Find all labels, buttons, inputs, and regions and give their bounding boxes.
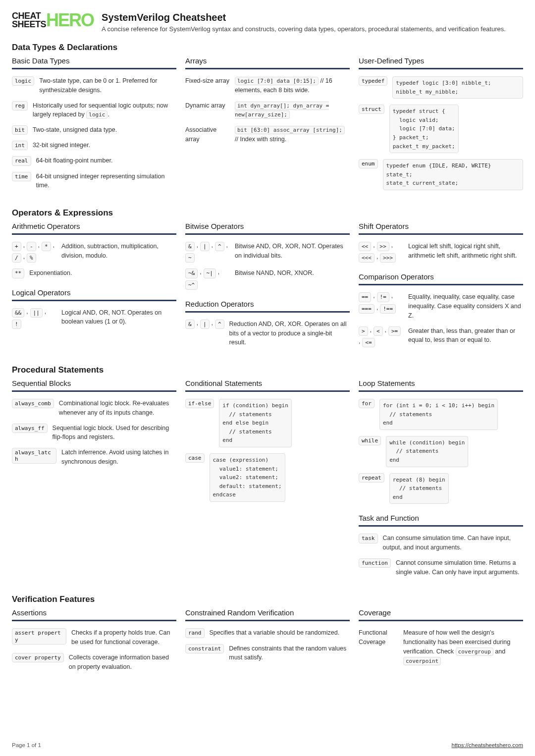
code-token: ** [12, 269, 24, 278]
block-bitwise: Bitwise Operators &,|,^,~Bitwise AND, OR… [185, 222, 350, 293]
block-basic-types: Basic Data Types logicTwo-state type, ca… [12, 56, 176, 193]
cheatsheet-row: taskCan consume simulation time. Can hav… [359, 531, 523, 555]
cheatsheet-row: &,|,^,~Bitwise AND, OR, XOR, NOT. Operat… [185, 239, 350, 266]
code-snippet: while (condition) begin // statements en… [386, 436, 468, 467]
code-snippet: repeat (8) begin // statements end [389, 473, 449, 504]
code-token: <= [362, 338, 374, 347]
item-label: Dynamic array [185, 101, 230, 110]
code-token: typedef [359, 76, 387, 86]
cheatsheet-row: &&,||,!Logical AND, OR, NOT. Operates on… [12, 305, 176, 332]
block-loop: Loop Statements forfor (int i = 0; i < 1… [359, 379, 523, 507]
cheatsheet-row: regHistorically used for sequential logi… [12, 98, 176, 123]
code-token: assert property [12, 628, 66, 644]
block-task-function: Task and Function taskCan consume simula… [359, 514, 523, 580]
cheatsheet-row: assert propertyChecks if a property hold… [12, 625, 176, 650]
item-description: Combinational logic block. Re-evaluates … [59, 399, 176, 418]
code-token: task [359, 534, 378, 543]
logo-text-hero: HERO [46, 12, 94, 28]
item-description: Latch inferrence. Avoid using latches in… [61, 448, 176, 467]
block-coverage: Coverage Functional CoverageMeasure of h… [359, 608, 523, 674]
code-token: | [200, 242, 210, 251]
section-heading-datatypes: Data Types & Declarations [12, 43, 523, 53]
cheatsheet-row: ~&,~|,~^Bitwise NAND, NOR, XNOR. [185, 266, 350, 292]
block-title: Sequential Blocks [12, 379, 176, 387]
code-token: === [359, 304, 374, 314]
cheatsheet-row: Functional CoverageMeasure of how well t… [359, 625, 523, 668]
code-token: always_ff [12, 424, 48, 433]
code-token: struct [359, 105, 384, 114]
cheatsheet-row: structtypedef struct { logic valid; logi… [359, 102, 523, 156]
code-token: & [185, 320, 195, 329]
block-crv: Constrained Random Verification randSpec… [185, 608, 350, 674]
code-token: > [359, 326, 368, 336]
block-conditional: Conditional Statements if-elseif (condit… [185, 379, 350, 580]
page-title: SystemVerilog Cheatsheet [102, 12, 523, 23]
code-token: << [359, 242, 371, 251]
item-description: Bitwise NAND, NOR, XNOR. [235, 269, 350, 278]
code-token: | [200, 320, 210, 329]
code-token: if-else [185, 399, 214, 408]
block-title: User-Defined Types [359, 56, 523, 65]
code-token: reg [12, 101, 28, 110]
item-label: Functional Coverage [359, 628, 398, 647]
cheatsheet-row: ==,!=,===,!==Equality, inequality, case … [359, 289, 523, 323]
cheatsheet-row: randSpecifies that a variable should be … [185, 625, 350, 641]
code-token: for [359, 399, 374, 408]
code-token: & [185, 242, 195, 251]
block-title: Reduction Operators [185, 300, 350, 308]
code-snippet: typedef logic [3:0] nibble_t; nibble_t m… [392, 76, 523, 99]
cheatsheet-row: casecase (expression) value1: statement;… [185, 450, 350, 505]
code-token: ~& [185, 269, 198, 278]
item-description: Checks if a property holds true. Can be … [71, 628, 176, 647]
code-token: - [27, 242, 36, 251]
code-token: ~ [185, 253, 195, 263]
code-token: repeat [359, 473, 384, 483]
logo-text-sheets: SHEETS [12, 20, 46, 29]
section-heading-procedural: Procedural Statements [12, 365, 523, 375]
block-logical: Logical Operators &&,||,!Logical AND, OR… [12, 288, 176, 332]
code-token: logic [12, 76, 34, 86]
code-token: >> [377, 242, 389, 251]
cheatsheet-row: if-elseif (condition) begin // statement… [185, 396, 350, 450]
code-token: / [12, 253, 21, 263]
code-token: function [359, 558, 391, 568]
cheatsheet-row: &,|,^Reduction AND, OR, XOR. Operates on… [185, 317, 350, 350]
block-arrays: Arrays Fixed-size arraylogic [7:0] data … [185, 56, 350, 193]
code-snippet: if (condition) begin // statements end e… [219, 399, 291, 447]
cheatsheet-row: functionCannot consume simulation time. … [359, 555, 523, 580]
item-description: 64-bit floating-point number. [36, 156, 177, 165]
code-token: !== [380, 304, 396, 314]
code-token: rand [185, 628, 205, 638]
item-description: Historically used for sequential logic o… [33, 101, 176, 120]
block-comparison: Comparison Operators ==,!=,===,!==Equali… [359, 272, 523, 350]
block-user-defined-types: User-Defined Types typedeftypedef logic … [359, 56, 523, 193]
block-title: Arithmetic Operators [12, 222, 176, 230]
code-token: enum [359, 159, 378, 168]
block-title: Shift Operators [359, 222, 523, 230]
code-token: >= [388, 326, 401, 336]
item-description: Equality, inequality, case equality, cas… [408, 292, 523, 320]
code-token: always_latch [12, 448, 56, 464]
block-title: Comparison Operators [359, 272, 523, 281]
cheatsheet-row: always_latchLatch inferrence. Avoid usin… [12, 445, 176, 470]
code-token: cover property [12, 653, 64, 662]
item-description: Two-state type, can be 0 or 1. Preferred… [39, 76, 176, 95]
cheatsheet-row: constraintDefines constraints that the r… [185, 641, 350, 666]
code-token: && [12, 308, 24, 318]
code-snippet: bit [63:0] assoc_array [string]; [235, 126, 345, 134]
block-reduction: Reduction Operators &,|,^Reduction AND, … [185, 300, 350, 350]
code-token: || [30, 308, 43, 318]
code-token: != [377, 292, 389, 302]
code-token: * [42, 242, 51, 251]
block-title: Assertions [12, 608, 176, 617]
page-header: CHEAT SHEETS HERO SystemVerilog Cheatshe… [12, 12, 523, 33]
cheatsheet-row: logicTwo-state type, can be 0 or 1. Pref… [12, 73, 176, 98]
cheatsheet-row: >,<,>=,<=Greater than, less than, greate… [359, 324, 523, 350]
code-token: ~^ [185, 280, 198, 290]
block-assertions: Assertions assert propertyChecks if a pr… [12, 608, 176, 674]
block-sequential: Sequential Blocks always_combCombination… [12, 379, 176, 580]
cheatsheet-row: enumtypedef enum {IDLE, READ, WRITE} sta… [359, 156, 523, 193]
code-snippet: typedef struct { logic valid; logic [7:0… [389, 105, 459, 153]
item-description: 64-bit unsigned integer representing sim… [36, 172, 177, 191]
code-token: ! [12, 320, 21, 329]
